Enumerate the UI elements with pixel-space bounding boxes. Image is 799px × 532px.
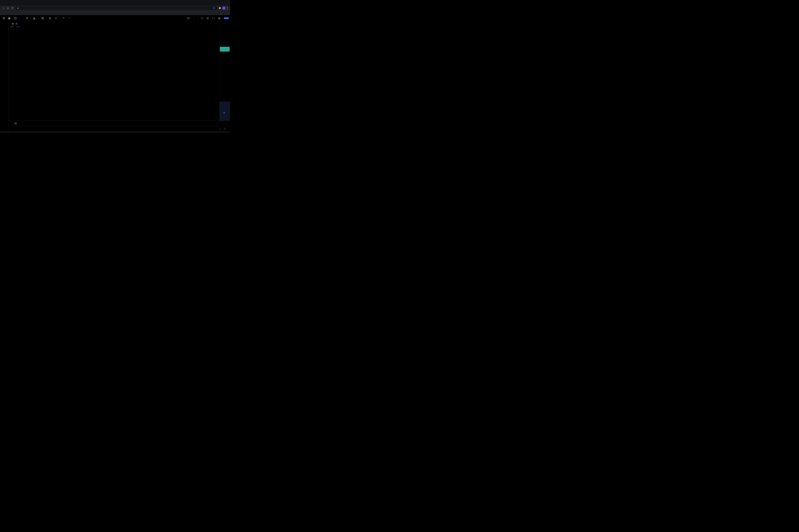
zoom-window-button[interactable]	[8, 2, 11, 4]
current-price-label	[220, 47, 230, 52]
fullscreen-icon[interactable]	[211, 16, 216, 20]
settings-gear-icon[interactable]	[205, 16, 210, 20]
profile-avatar[interactable]	[222, 6, 225, 10]
panel-collapse-icon[interactable]	[219, 128, 221, 130]
bottom-range-toolbar	[8, 121, 230, 126]
alert-button[interactable]	[47, 16, 53, 20]
bottom-panel-bar	[8, 126, 230, 131]
bookmarks-bar	[0, 11, 230, 15]
apple-logo-icon	[7, 16, 11, 20]
price-chart-canvas[interactable]	[8, 21, 220, 121]
layout-grid-icon[interactable]	[40, 16, 45, 20]
bottom-strip	[0, 131, 230, 133]
main-menu-icon[interactable]	[1, 16, 6, 20]
browser-window: ≈	[0, 0, 230, 133]
drawing-toolbar	[0, 21, 8, 133]
target-price-box[interactable]	[16, 26, 19, 27]
stop-price-box[interactable]	[11, 26, 14, 27]
symbol-button[interactable]	[6, 16, 13, 21]
browser-menu-icon[interactable]	[226, 7, 229, 9]
chart-area[interactable]: ≈	[8, 21, 220, 121]
market-status-icon[interactable]	[12, 22, 14, 25]
replay-button[interactable]	[53, 16, 59, 20]
redo-icon[interactable]	[67, 16, 72, 20]
indicators-button[interactable]	[32, 16, 40, 20]
price-axis[interactable]: ⌄	[220, 21, 230, 121]
layout-name-button[interactable]	[192, 17, 196, 20]
publish-button[interactable]	[224, 17, 229, 19]
go-to-date-icon[interactable]	[14, 122, 17, 125]
layout-panels-icon[interactable]	[186, 16, 191, 20]
tv-toolbar	[0, 15, 230, 21]
forward-icon[interactable]	[6, 6, 10, 10]
extensions-puzzle-icon[interactable]	[218, 6, 222, 10]
lock-icon	[17, 7, 19, 9]
selected-pane-axis-tint	[220, 101, 230, 121]
close-window-button[interactable]	[2, 2, 4, 4]
address-bar-row	[0, 5, 230, 11]
minimize-window-button[interactable]	[5, 2, 7, 4]
bookmark-star-icon[interactable]	[213, 7, 215, 9]
chevron-down-icon	[38, 18, 39, 19]
snapshot-camera-icon[interactable]	[217, 16, 222, 20]
panel-expand-icon[interactable]	[223, 128, 226, 130]
chevron-down-icon	[194, 18, 195, 19]
reload-icon[interactable]	[11, 6, 14, 10]
compare-add-icon[interactable]	[13, 16, 18, 20]
url-field[interactable]	[15, 6, 217, 10]
currency-selector[interactable]: ⌄	[220, 22, 230, 24]
window-controls	[0, 0, 13, 5]
search-icon[interactable]	[199, 16, 204, 20]
tab-strip	[0, 0, 230, 5]
chart-type-candles-icon[interactable]	[24, 16, 30, 20]
axis-settings-gear-icon[interactable]	[223, 111, 225, 114]
undo-icon[interactable]	[61, 16, 67, 20]
interval-button[interactable]	[20, 18, 22, 19]
data-delay-icon[interactable]: ≈	[15, 22, 18, 25]
back-icon[interactable]	[2, 6, 5, 10]
